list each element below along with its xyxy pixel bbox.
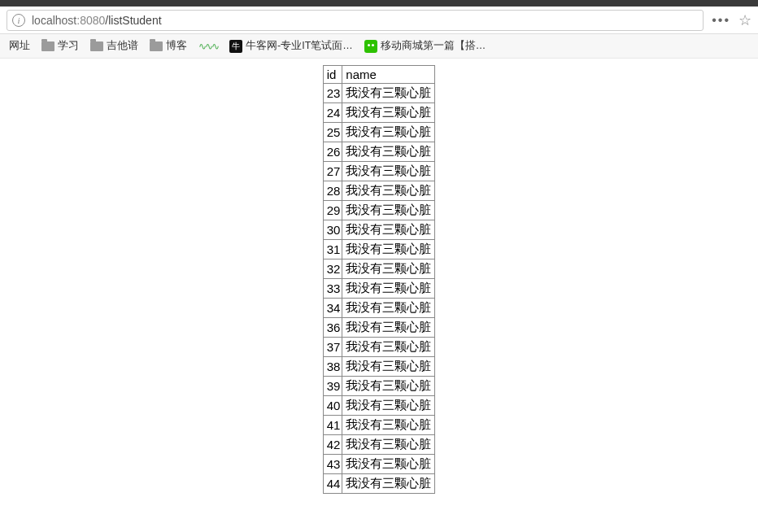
cell-name: 我没有三颗心脏 bbox=[342, 259, 435, 279]
wave-icon: ∿∿∿ bbox=[198, 41, 218, 52]
cell-id: 30 bbox=[323, 220, 342, 240]
cell-id: 25 bbox=[323, 123, 342, 142]
cell-name: 我没有三颗心脏 bbox=[342, 318, 435, 338]
cell-id: 37 bbox=[323, 338, 342, 357]
cell-id: 29 bbox=[323, 201, 342, 220]
table-row: 39我没有三颗心脏 bbox=[323, 377, 435, 396]
cell-id: 40 bbox=[323, 396, 342, 416]
table-row: 33我没有三颗心脏 bbox=[323, 279, 435, 299]
student-table: id name 23我没有三颗心脏24我没有三颗心脏25我没有三颗心脏26我没有… bbox=[323, 65, 436, 494]
table-row: 34我没有三颗心脏 bbox=[323, 299, 435, 318]
bookmarks-label[interactable]: 网址 bbox=[5, 37, 34, 55]
col-id-header: id bbox=[323, 66, 342, 84]
table-row: 44我没有三颗心脏 bbox=[323, 474, 435, 494]
cell-name: 我没有三颗心脏 bbox=[342, 455, 435, 474]
cell-name: 我没有三颗心脏 bbox=[342, 103, 435, 123]
cell-name: 我没有三颗心脏 bbox=[342, 123, 435, 142]
bookmark-label: 吉他谱 bbox=[107, 39, 138, 53]
info-icon[interactable]: i bbox=[12, 14, 25, 27]
cell-id: 41 bbox=[323, 416, 342, 435]
bookmark-item[interactable]: 牛牛客网-专业IT笔试面… bbox=[225, 37, 357, 55]
cell-id: 36 bbox=[323, 318, 342, 338]
cell-id: 26 bbox=[323, 142, 342, 162]
bookmark-label: 学习 bbox=[58, 39, 79, 53]
cell-name: 我没有三颗心脏 bbox=[342, 240, 435, 259]
url-actions: ••• ☆ bbox=[712, 11, 751, 29]
bookmark-label: 牛客网-专业IT笔试面… bbox=[246, 39, 353, 53]
table-row: 24我没有三颗心脏 bbox=[323, 103, 435, 123]
table-row: 40我没有三颗心脏 bbox=[323, 396, 435, 416]
cell-id: 44 bbox=[323, 474, 342, 494]
cell-id: 39 bbox=[323, 377, 342, 396]
url-path: /listStudent bbox=[105, 14, 161, 27]
folder-icon bbox=[90, 41, 103, 51]
bookmark-label: 博客 bbox=[166, 39, 187, 53]
bookmark-item[interactable]: 博客 bbox=[146, 37, 191, 55]
cell-id: 24 bbox=[323, 103, 342, 123]
cell-name: 我没有三颗心脏 bbox=[342, 279, 435, 299]
bookmark-item[interactable]: 吉他谱 bbox=[86, 37, 142, 55]
table-row: 38我没有三颗心脏 bbox=[323, 357, 435, 377]
url-port: :8080 bbox=[76, 14, 105, 27]
page-content: id name 23我没有三颗心脏24我没有三颗心脏25我没有三颗心脏26我没有… bbox=[0, 59, 758, 494]
url-input[interactable]: i localhost:8080/listStudent bbox=[7, 10, 704, 31]
table-row: 32我没有三颗心脏 bbox=[323, 259, 435, 279]
bookmarks-bar: 网址 学习吉他谱博客∿∿∿牛牛客网-专业IT笔试面…移动商城第一篇【搭… bbox=[0, 34, 758, 59]
cell-id: 34 bbox=[323, 299, 342, 318]
bookmarks-label-text: 网址 bbox=[9, 39, 30, 53]
cell-id: 31 bbox=[323, 240, 342, 259]
table-row: 28我没有三颗心脏 bbox=[323, 181, 435, 201]
cell-id: 43 bbox=[323, 455, 342, 474]
cell-name: 我没有三颗心脏 bbox=[342, 299, 435, 318]
table-row: 36我没有三颗心脏 bbox=[323, 318, 435, 338]
table-row: 37我没有三颗心脏 bbox=[323, 338, 435, 357]
cell-name: 我没有三颗心脏 bbox=[342, 84, 435, 103]
cell-name: 我没有三颗心脏 bbox=[342, 435, 435, 455]
url-host: localhost bbox=[32, 14, 76, 27]
cell-id: 28 bbox=[323, 181, 342, 201]
cell-name: 我没有三颗心脏 bbox=[342, 416, 435, 435]
bookmark-item[interactable]: 学习 bbox=[37, 37, 83, 55]
bookmark-item[interactable]: 移动商城第一篇【搭… bbox=[360, 37, 490, 55]
folder-icon bbox=[150, 41, 163, 51]
table-row: 29我没有三颗心脏 bbox=[323, 201, 435, 220]
cell-id: 32 bbox=[323, 259, 342, 279]
cell-name: 我没有三颗心脏 bbox=[342, 142, 435, 162]
table-row: 41我没有三颗心脏 bbox=[323, 416, 435, 435]
more-icon[interactable]: ••• bbox=[712, 13, 730, 28]
col-name-header: name bbox=[342, 66, 435, 84]
wechat-icon bbox=[364, 40, 377, 53]
table-row: 30我没有三颗心脏 bbox=[323, 220, 435, 240]
cell-id: 38 bbox=[323, 357, 342, 377]
table-row: 27我没有三颗心脏 bbox=[323, 162, 435, 181]
table-row: 25我没有三颗心脏 bbox=[323, 123, 435, 142]
table-row: 43我没有三颗心脏 bbox=[323, 455, 435, 474]
cell-name: 我没有三颗心脏 bbox=[342, 338, 435, 357]
cell-id: 42 bbox=[323, 435, 342, 455]
cell-name: 我没有三颗心脏 bbox=[342, 181, 435, 201]
window-titlebar bbox=[0, 0, 758, 7]
cell-name: 我没有三颗心脏 bbox=[342, 201, 435, 220]
cell-name: 我没有三颗心脏 bbox=[342, 377, 435, 396]
folder-icon bbox=[41, 41, 54, 51]
table-row: 26我没有三颗心脏 bbox=[323, 142, 435, 162]
cell-id: 33 bbox=[323, 279, 342, 299]
table-row: 42我没有三颗心脏 bbox=[323, 435, 435, 455]
table-header-row: id name bbox=[323, 66, 435, 84]
cell-name: 我没有三颗心脏 bbox=[342, 162, 435, 181]
cell-name: 我没有三颗心脏 bbox=[342, 220, 435, 240]
cell-id: 27 bbox=[323, 162, 342, 181]
url-bar: i localhost:8080/listStudent ••• ☆ bbox=[0, 7, 758, 34]
site-icon: 牛 bbox=[229, 40, 242, 53]
table-row: 23我没有三颗心脏 bbox=[323, 84, 435, 103]
table-row: 31我没有三颗心脏 bbox=[323, 240, 435, 259]
bookmark-item[interactable]: ∿∿∿ bbox=[194, 39, 222, 54]
bookmark-star-icon[interactable]: ☆ bbox=[738, 11, 751, 29]
cell-name: 我没有三颗心脏 bbox=[342, 474, 435, 494]
bookmark-label: 移动商城第一篇【搭… bbox=[381, 39, 486, 53]
cell-name: 我没有三颗心脏 bbox=[342, 396, 435, 416]
cell-id: 23 bbox=[323, 84, 342, 103]
cell-name: 我没有三颗心脏 bbox=[342, 357, 435, 377]
